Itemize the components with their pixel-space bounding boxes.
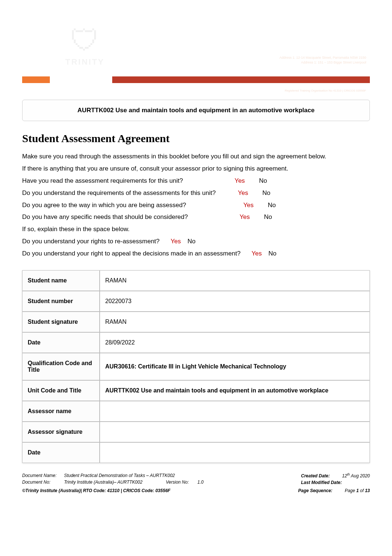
label-cell: Assessor name [22,401,100,422]
label-cell: Date [22,332,100,353]
value-cell [100,442,370,463]
answer-no[interactable]: No [268,248,276,259]
document-title-box: AURTTK002 Use and maintain tools and equ… [22,100,370,121]
answer-no[interactable]: No [261,212,272,223]
document-header: 🛡 TRINITY Address 1: 12-14 Macquarie Str… [22,15,370,89]
question-text: Do you agree to the way in which you are… [22,200,186,211]
value-cell: AUR30616: Certificate III in Light Vehic… [100,353,370,380]
table-row: Date [22,442,370,463]
accent-bar-short [22,76,50,83]
question-row: Do you have any specific needs that shou… [22,212,370,223]
answer-yes[interactable]: Yes [240,212,250,223]
answer-yes[interactable]: Yes [238,188,248,199]
label-cell: Unit Code and Title [22,380,100,401]
footer-label: Last Modified Date: [301,480,342,485]
table-row: Date 28/09/2022 [22,332,370,353]
table-row: Assessor signature [22,422,370,442]
question-row: Do you agree to the way in which you are… [22,200,370,211]
question-row: Do you understand your rights to re-asse… [22,236,370,247]
answer-yes[interactable]: Yes [252,248,262,259]
table-row: Unit Code and Title AURTTK002 Use and ma… [22,380,370,401]
footer-value: Trinity Institute (Australia)– AURTTK002 [64,480,142,485]
answer-no[interactable]: No [256,176,267,186]
question-row: Have you read the assessment requirement… [22,176,370,186]
page-total: 13 [365,488,370,493]
answer-yes[interactable]: Yes [235,176,245,186]
question-text: Do you understand your right to appeal t… [22,248,241,259]
logo: 🛡 TRINITY [52,26,118,78]
table-row: Student name RAMAN [22,270,370,291]
page-number: 1 [356,488,359,493]
footer-value: 12 [342,473,347,478]
table-row: Student number 20220073 [22,291,370,312]
answer-yes[interactable]: Yes [171,236,181,247]
label-cell: Date [22,442,100,463]
footer-value: Aug 2020 [350,473,370,478]
question-text: If so, explain these in the space below. [22,224,370,235]
address-block: Address 1: 12-14 Macquarie Street, Parra… [279,55,366,65]
answer-no[interactable]: No [259,188,270,199]
footer-value: th [347,473,350,476]
document-title: AURTTK002 Use and maintain tools and equ… [78,107,314,114]
footer-value: 1.0 [197,480,204,485]
question-text: Do you understand your rights to re-asse… [22,236,159,247]
intro-paragraph: If there is anything that you are unsure… [22,164,370,174]
value-cell: RAMAN [100,270,370,291]
value-cell [100,401,370,422]
logo-text: TRINITY [52,57,118,67]
footer-label: Page Sequence: [298,488,333,493]
answer-no[interactable]: No [188,236,196,247]
address-line: Address 1: 151 – 153 Bigge Street Liverp… [279,60,366,65]
label-cell: Student signature [22,312,100,332]
rto-info: Registered Training Organisation No 4131… [285,89,366,92]
value-cell: 20220073 [100,291,370,312]
value-cell: RAMAN [100,312,370,332]
label-cell: Student name [22,270,100,291]
footer-value: Student Practical Demonstration of Tasks… [64,472,203,479]
question-text: Do you have any specific needs that shou… [22,212,188,223]
value-cell: 28/09/2022 [100,332,370,353]
label-cell: Assessor signature [22,422,100,442]
footer-value: Page [345,488,356,493]
footer-label: Document Name: [22,472,56,479]
label-cell: Qualification Code and Title [22,353,100,380]
label-cell: Student number [22,291,100,312]
question-text: Have you read the assessment requirement… [22,176,183,186]
question-text: Do you understand the requirements of th… [22,188,216,199]
value-cell [100,422,370,442]
header-divider-bar [22,76,370,83]
footer-copyright: ©Trinity Institute (Australia)| RTO Code… [22,487,171,494]
document-footer: Document Name: Document No: Student Prac… [22,472,370,494]
footer-label: Created Date: [301,473,330,478]
accent-bar-long [112,76,370,83]
answer-yes[interactable]: Yes [243,200,254,211]
accent-spacer [51,76,111,83]
footer-value: of [359,488,365,493]
footer-label: Version No: [166,480,189,485]
table-row: Qualification Code and Title AUR30616: C… [22,353,370,380]
answer-no[interactable]: No [265,200,276,211]
footer-label: Document No: [22,479,56,485]
address-line: Address 1: 12-14 Macquarie Street, Parra… [279,55,366,60]
table-row: Assessor name [22,401,370,422]
question-row: Do you understand your right to appeal t… [22,248,370,259]
student-info-table: Student name RAMAN Student number 202200… [22,270,370,463]
shield-logo-icon: 🛡 [52,26,118,55]
intro-paragraph: Make sure you read through the assessmen… [22,151,370,162]
question-row: Do you understand the requirements of th… [22,188,370,199]
table-row: Student signature RAMAN [22,312,370,332]
section-heading: Student Assessment Agreement [22,132,370,145]
value-cell: AURTTK002 Use and maintain tools and equ… [100,380,370,401]
